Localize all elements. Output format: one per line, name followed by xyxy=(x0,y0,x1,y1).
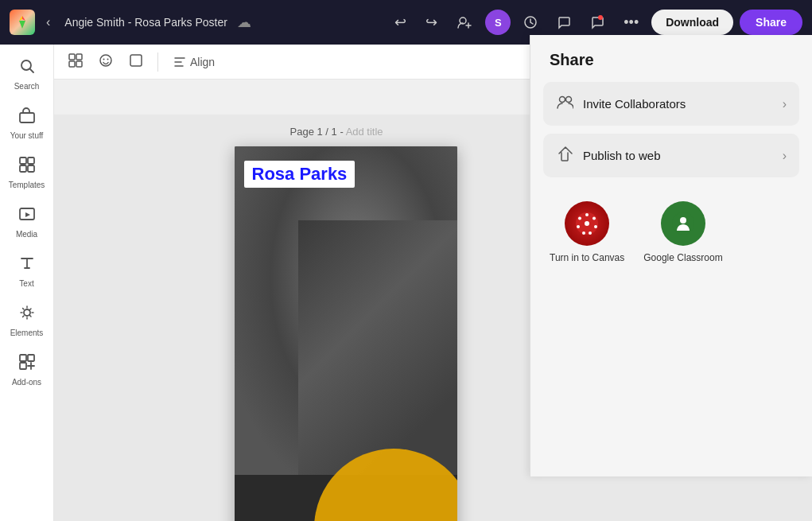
align-label: Align xyxy=(190,56,215,68)
svg-point-19 xyxy=(103,58,105,60)
publish-to-web-icon xyxy=(556,145,573,166)
sidebar-item-search[interactable]: Search xyxy=(3,51,51,97)
invite-collaborators-label: Invite Collaborators xyxy=(583,97,773,111)
svg-point-31 xyxy=(578,217,581,220)
svg-rect-12 xyxy=(28,355,34,361)
left-sidebar: Search Your stuff Templates xyxy=(0,45,54,521)
svg-point-23 xyxy=(566,97,572,103)
search-icon xyxy=(18,57,36,79)
elements-icon xyxy=(18,304,36,325)
invite-collaborators-arrow: › xyxy=(783,97,787,111)
poster-canvas[interactable]: Rosa Parks Rosa Louise McCauley Parks wa… xyxy=(235,146,457,521)
toolbar-align-button[interactable]: Align xyxy=(168,52,220,72)
poster-circle xyxy=(314,449,457,521)
page-number: Page 1 / 1 xyxy=(290,126,337,138)
sidebar-item-media[interactable]: Media xyxy=(3,199,51,245)
toolbar-grid-button[interactable] xyxy=(64,50,87,74)
svg-rect-16 xyxy=(69,61,75,67)
share-button[interactable]: Share xyxy=(740,10,802,35)
poster-photo: Rosa Parks xyxy=(235,146,457,475)
page-add-title[interactable]: Add title xyxy=(346,126,383,138)
svg-point-32 xyxy=(585,221,589,226)
sidebar-item-search-label: Search xyxy=(14,82,40,91)
main-area: Search Your stuff Templates xyxy=(0,45,812,521)
sidebar-item-templates[interactable]: Templates xyxy=(3,150,51,196)
svg-rect-21 xyxy=(130,55,142,66)
svg-point-27 xyxy=(594,225,597,228)
user-avatar[interactable]: S xyxy=(485,10,511,35)
svg-point-3 xyxy=(21,60,31,70)
svg-rect-8 xyxy=(28,165,34,172)
app-logo[interactable] xyxy=(10,10,35,35)
invite-collaborators-option[interactable]: Invite Collaborators › xyxy=(543,82,799,126)
sidebar-item-media-label: Media xyxy=(16,230,37,239)
svg-point-2 xyxy=(598,15,603,20)
google-classroom-app[interactable]: Google Classroom xyxy=(643,201,722,263)
insights-button[interactable] xyxy=(517,12,544,33)
poster-title: Rosa Parks xyxy=(252,164,348,184)
share-panel: Share Invite Collaborators › Publish xyxy=(530,45,812,476)
comments-button[interactable] xyxy=(584,12,611,33)
sidebar-item-your-stuff-label: Your stuff xyxy=(10,131,44,140)
document-title: Angie Smith - Rosa Parks Poster xyxy=(64,16,227,29)
toolbar-emoji-button[interactable] xyxy=(94,50,118,74)
poster-background: Rosa Parks Rosa Louise McCauley Parks wa… xyxy=(235,146,457,521)
svg-point-30 xyxy=(577,225,580,228)
templates-icon xyxy=(18,156,36,177)
addons-icon xyxy=(18,353,36,375)
cloud-sync-icon: ☁ xyxy=(237,14,251,31)
page-label: Page 1 / 1 - Add title xyxy=(290,126,383,138)
text-icon xyxy=(18,255,36,276)
undo-button[interactable]: ↩ xyxy=(388,10,413,34)
sidebar-item-elements-label: Elements xyxy=(10,329,44,337)
canvas-icon xyxy=(565,201,609,246)
page-separator: - xyxy=(337,126,346,138)
add-collaborator-button[interactable] xyxy=(450,11,479,33)
svg-point-10 xyxy=(24,309,30,316)
person-silhouette xyxy=(298,220,457,475)
sidebar-item-elements[interactable]: Elements xyxy=(3,297,51,344)
classroom-app-label: Google Classroom xyxy=(643,252,722,263)
sidebar-item-templates-label: Templates xyxy=(9,181,45,189)
svg-rect-14 xyxy=(69,54,75,60)
svg-point-29 xyxy=(582,231,585,235)
download-button[interactable]: Download xyxy=(651,10,733,35)
share-panel-title: Share xyxy=(530,45,812,82)
classroom-icon xyxy=(661,201,705,246)
svg-rect-5 xyxy=(20,157,26,164)
publish-to-web-option[interactable]: Publish to web › xyxy=(543,134,799,177)
back-button[interactable]: ‹ xyxy=(41,12,55,33)
chat-button[interactable] xyxy=(550,12,577,33)
svg-rect-15 xyxy=(76,54,82,60)
publish-to-web-label: Publish to web xyxy=(583,149,773,162)
canvas-app[interactable]: Turn in to Canvas xyxy=(550,201,624,263)
sidebar-item-text-label: Text xyxy=(19,279,33,288)
media-icon xyxy=(18,205,36,227)
redo-button[interactable]: ↪ xyxy=(419,10,444,34)
share-apps-row: Turn in to Canvas Google Classroom xyxy=(530,185,812,279)
svg-point-20 xyxy=(107,58,109,60)
poster-title-box: Rosa Parks xyxy=(244,161,355,188)
svg-rect-13 xyxy=(20,363,26,369)
svg-point-25 xyxy=(585,213,589,216)
svg-point-34 xyxy=(680,217,686,224)
svg-rect-11 xyxy=(20,355,26,361)
sidebar-item-addons-label: Add-ons xyxy=(12,378,41,387)
invite-collaborators-icon xyxy=(556,93,573,115)
svg-point-26 xyxy=(592,217,596,220)
sidebar-item-your-stuff[interactable]: Your stuff xyxy=(3,100,51,146)
svg-rect-7 xyxy=(20,165,26,172)
svg-point-28 xyxy=(589,231,592,235)
svg-rect-17 xyxy=(76,61,82,67)
svg-rect-6 xyxy=(28,157,34,164)
svg-point-22 xyxy=(560,97,565,103)
your-stuff-icon xyxy=(18,107,36,128)
toolbar-divider xyxy=(157,52,158,72)
more-options-button[interactable]: ••• xyxy=(617,11,645,34)
publish-to-web-arrow: › xyxy=(783,149,787,163)
toolbar-shape-button[interactable] xyxy=(124,50,148,74)
sidebar-item-text[interactable]: Text xyxy=(3,248,51,294)
canvas-app-label: Turn in to Canvas xyxy=(550,252,624,263)
svg-rect-4 xyxy=(20,113,34,122)
sidebar-item-addons[interactable]: Add-ons xyxy=(3,347,51,393)
